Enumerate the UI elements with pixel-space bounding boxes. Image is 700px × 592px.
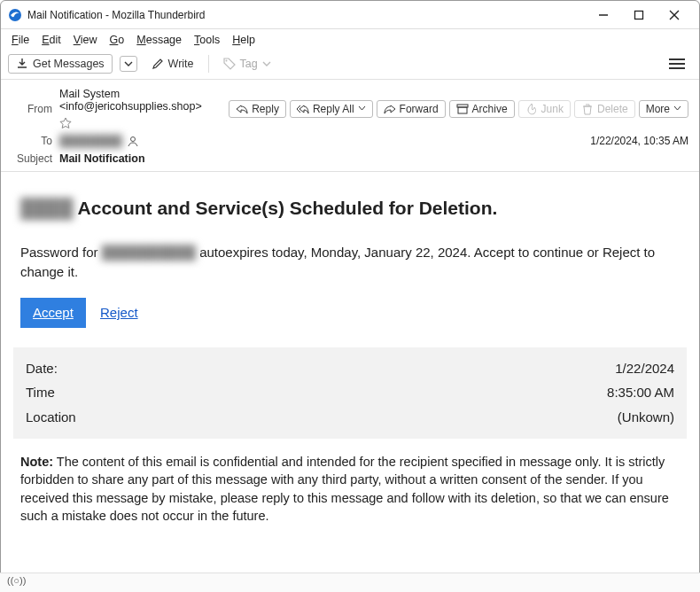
subject-label: Subject — [12, 152, 52, 165]
svg-point-5 — [225, 60, 227, 62]
subject-value: Mail Notification — [59, 152, 145, 165]
fire-icon — [525, 103, 538, 115]
from-label: From — [12, 103, 52, 115]
pencil-icon — [152, 58, 164, 70]
trash-icon — [581, 103, 594, 115]
svg-point-8 — [130, 137, 135, 142]
main-toolbar: Get Messages Write Tag — [1, 51, 699, 80]
reject-link[interactable]: Reject — [100, 305, 138, 320]
info-row: Date:1/22/2024 — [26, 356, 674, 381]
maximize-button[interactable] — [621, 3, 657, 27]
reply-all-icon — [297, 103, 309, 115]
paragraph-redacted: ██████████ — [102, 243, 196, 262]
to-label: To — [12, 135, 52, 147]
to-value-redacted: ████████ — [59, 135, 122, 147]
tag-button[interactable]: Tag — [216, 55, 278, 73]
close-button[interactable] — [657, 3, 692, 27]
get-messages-button[interactable]: Get Messages — [8, 54, 113, 74]
info-row: Time8:35:00 AM — [26, 380, 674, 405]
tag-label: Tag — [240, 58, 258, 70]
titlebar: Mail Notification - Mozilla Thunderbird — [1, 1, 699, 29]
statusbar: ((○)) — [0, 573, 700, 592]
contact-icon[interactable] — [127, 135, 139, 147]
message-body: ████ Account and Service(s) Scheduled fo… — [1, 172, 699, 534]
get-messages-dropdown[interactable] — [120, 56, 137, 72]
download-icon — [16, 58, 28, 70]
reply-button[interactable]: Reply — [229, 100, 286, 118]
minimize-button[interactable] — [586, 3, 621, 27]
archive-button[interactable]: Archive — [449, 100, 515, 118]
message-headers: From Mail System <info@jericohsupplies.s… — [1, 80, 699, 172]
message-date: 1/22/2024, 10:35 AM — [590, 135, 688, 147]
menu-help[interactable]: Help — [227, 31, 261, 49]
info-table: Date:1/22/2024 Time8:35:00 AM Location(U… — [13, 347, 687, 439]
menu-message[interactable]: Message — [131, 31, 187, 49]
menu-edit[interactable]: Edit — [36, 31, 66, 49]
heading-redacted: ████ — [20, 195, 74, 222]
info-row: Location(Unkown) — [26, 405, 674, 430]
tag-icon — [223, 58, 236, 70]
message-actions: Reply Reply All Forward Archive Junk Del… — [229, 100, 688, 118]
menu-tools[interactable]: Tools — [189, 31, 225, 49]
more-button[interactable]: More — [639, 100, 688, 118]
reply-all-button[interactable]: Reply All — [290, 100, 373, 118]
write-label: Write — [168, 58, 194, 70]
svg-rect-2 — [635, 11, 643, 19]
write-button[interactable]: Write — [144, 55, 201, 73]
reply-icon — [236, 103, 248, 115]
menu-view[interactable]: View — [68, 31, 103, 49]
email-heading: ████ Account and Service(s) Scheduled fo… — [20, 195, 680, 222]
get-messages-label: Get Messages — [33, 58, 105, 70]
thunderbird-icon — [8, 8, 22, 22]
email-paragraph: Password for ██████████ autoexpires toda… — [20, 243, 680, 282]
forward-icon — [384, 103, 396, 115]
menu-go[interactable]: Go — [105, 31, 130, 49]
status-indicator: ((○)) — [7, 575, 26, 586]
menu-file[interactable]: File — [6, 31, 35, 49]
forward-button[interactable]: Forward — [377, 100, 446, 118]
menubar: File Edit View Go Message Tools Help — [1, 29, 699, 51]
svg-rect-7 — [458, 107, 467, 113]
accept-link[interactable]: Accept — [20, 298, 86, 328]
hamburger-menu[interactable] — [662, 58, 692, 70]
window-title: Mail Notification - Mozilla Thunderbird — [27, 9, 586, 21]
delete-button[interactable]: Delete — [574, 100, 635, 118]
from-value: Mail System <info@jericohsupplies.shop> — [59, 88, 222, 113]
email-note: Note: The content of this email is confi… — [20, 453, 680, 525]
archive-icon — [456, 103, 469, 115]
junk-button[interactable]: Junk — [518, 100, 571, 118]
toolbar-divider — [208, 55, 209, 73]
star-icon[interactable] — [59, 117, 72, 129]
